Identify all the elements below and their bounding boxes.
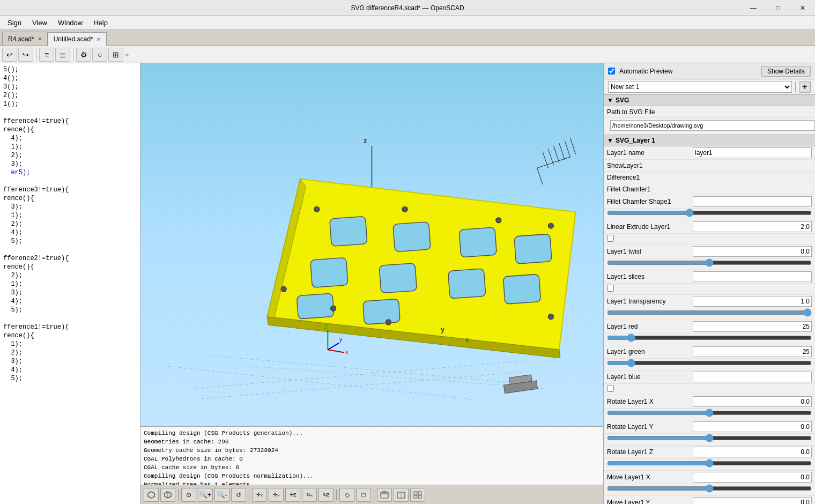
newset-select[interactable]: New set 1 (608, 81, 792, 93)
section-svglayer1-header[interactable]: ▼ SVG_Layer 1 (604, 135, 815, 146)
layer1-twist-input[interactable] (693, 246, 812, 257)
export-button[interactable]: ⊞ (108, 48, 123, 62)
unindent-button[interactable]: ≣ (55, 48, 70, 62)
code-line: fference3!=true){ (3, 186, 137, 194)
vp-btn-wireframe[interactable]: ◇ (339, 488, 354, 502)
layer1-transparency-input[interactable] (693, 296, 812, 307)
svg-rect-59 (418, 495, 421, 498)
right-scroll[interactable]: ▼ SVG Path to SVG File ▼ SVG_Layer 1 Lay… (604, 94, 815, 504)
layer1-blue-input[interactable] (693, 372, 812, 382)
vp-btn-rotate-x[interactable]: ↻ₓ (302, 488, 317, 502)
vp-btn-translate-z[interactable]: ✛z (285, 488, 300, 502)
svg-line-14 (565, 140, 570, 157)
undo-button[interactable]: ↩ (2, 48, 17, 62)
svg-point-35 (386, 320, 391, 325)
tab-r4scad[interactable]: R4.scad* ✕ (2, 32, 48, 46)
code-line: 5(); (3, 65, 137, 74)
layer1-twist-slider[interactable] (607, 259, 812, 266)
layer1-green-input[interactable] (693, 346, 812, 357)
indent-button[interactable]: ≡ (39, 48, 54, 62)
layer1-green-slider[interactable] (607, 359, 812, 367)
vp-btn-flip[interactable] (394, 488, 409, 502)
fillet-chamfer-shape1-input[interactable] (693, 196, 812, 207)
svg-line-2 (168, 366, 471, 399)
close-button[interactable]: ✕ (790, 0, 815, 16)
console[interactable]: Compiling design (CSG Products generatio… (140, 426, 603, 485)
layer1-red-input[interactable] (693, 321, 812, 332)
vp-btn-hex2[interactable] (160, 488, 175, 502)
rotate-layer1-z-slider[interactable] (607, 459, 812, 467)
linear-extrude-layer1-input[interactable] (693, 221, 812, 232)
code-line: 1); (3, 143, 137, 151)
code-line (3, 108, 137, 117)
layer1-red-row: Layer1 red (604, 320, 815, 333)
vp-btn-translate-x[interactable]: ✛ₓ (252, 488, 267, 502)
render-button[interactable]: ⚙ (76, 48, 91, 62)
move-layer1-x-input[interactable] (693, 472, 812, 483)
vp-btn-translate-y[interactable]: ✛ᵧ (269, 488, 284, 502)
layer1-slices-checkbox[interactable] (607, 285, 614, 292)
vp-btn-rotate-z[interactable]: ↻z (318, 488, 334, 502)
app-title: SVG differenceR4.scad* — OpenSCAD (351, 4, 464, 12)
code-editor: 5(); 4(); 3(); 2(); 1(); fference4!=true… (0, 63, 140, 504)
preview-button[interactable]: ○ (92, 48, 107, 62)
layer1-name-input[interactable] (693, 147, 812, 158)
code-line: rence(){ (3, 125, 137, 134)
code-line: 1); (3, 211, 137, 220)
layer1-transparency-slider[interactable] (607, 309, 812, 316)
toolbar-expand[interactable]: » (125, 51, 129, 58)
vp-btn-surface[interactable]: □ (356, 488, 371, 502)
close-r4scad-icon[interactable]: ✕ (38, 36, 42, 42)
section-svg-header[interactable]: ▼ SVG (604, 94, 815, 106)
maximize-button[interactable]: □ (766, 0, 790, 16)
newset-add-button[interactable]: + (799, 81, 811, 93)
vp-btn-rotate[interactable]: ↺ (231, 488, 246, 502)
newset-separator (795, 81, 796, 92)
vp-btn-screenshot[interactable] (377, 488, 392, 502)
difference1-label: Difference1 (607, 174, 693, 181)
viewport[interactable]: z y x x y z Compiling design (CSG Produc… (140, 63, 603, 504)
menu-window[interactable]: Window (53, 18, 88, 28)
rotate-layer1-y-input[interactable] (693, 421, 812, 432)
linear-extrude-layer1-checkbox[interactable] (607, 235, 614, 242)
show-details-button[interactable]: Show Details (761, 66, 811, 77)
layer1-red-slider[interactable] (607, 334, 812, 342)
vp-btn-hex1[interactable] (144, 488, 159, 502)
code-line: 5); (3, 237, 137, 246)
rotate-layer1-x-slider[interactable] (607, 409, 812, 417)
linear-extrude-layer1-row: Linear Extrude Layer1 (604, 220, 815, 234)
layer1-blue-checkbox[interactable] (607, 385, 614, 392)
code-line: 4); (3, 134, 137, 143)
layer1-slices-input[interactable] (693, 271, 812, 282)
svg-rect-51 (381, 492, 388, 498)
auto-preview-checkbox[interactable] (608, 68, 615, 75)
fillet-chamfer-shape1-slider[interactable] (607, 209, 812, 217)
vp-btn-zoom-out[interactable]: 🔍- (214, 488, 229, 502)
move-layer1-y-input[interactable] (693, 497, 812, 504)
svg-point-36 (330, 306, 336, 311)
tab-untitled[interactable]: Untitled.scad* ✕ (48, 32, 107, 46)
layer1-green-row: Layer1 green (604, 345, 815, 359)
code-line: 1); (3, 280, 137, 288)
code-scroll[interactable]: 5(); 4(); 3(); 2(); 1(); fference4!=true… (0, 63, 140, 504)
rotate-layer1-x-input[interactable] (693, 396, 812, 407)
rotate-layer1-y-slider[interactable] (607, 434, 812, 442)
move-layer1-x-slider[interactable] (607, 485, 812, 492)
menu-view[interactable]: View (27, 18, 53, 28)
rotate-layer1-z-input[interactable] (693, 447, 812, 457)
menu-sign[interactable]: Sign (2, 18, 27, 28)
menu-help[interactable]: Help (88, 18, 113, 28)
minimize-button[interactable]: — (741, 0, 766, 16)
vp-btn-zoom-in[interactable]: 🔍+ (198, 488, 213, 502)
vp-btn-circle[interactable]: ⊙ (181, 488, 196, 502)
rotate-layer1-y-label: Rotate Layer1 Y (607, 423, 693, 431)
svg-rect-56 (414, 492, 417, 494)
svg-line-41 (328, 350, 344, 352)
layer1-twist-row: Layer1 twist (604, 245, 815, 258)
vp-btn-grid[interactable] (410, 488, 425, 502)
close-untitled-icon[interactable]: ✕ (97, 36, 101, 42)
redo-button[interactable]: ↪ (18, 48, 33, 62)
vp-separator-2 (249, 490, 249, 500)
move-layer1-x-label: Move Layer1 X (607, 473, 693, 481)
path-to-svg-input[interactable] (610, 120, 815, 131)
